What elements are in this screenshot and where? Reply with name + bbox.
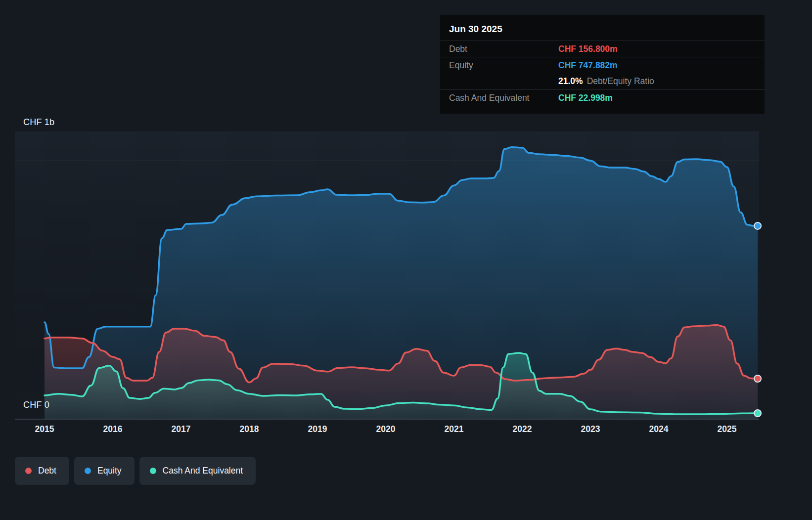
x-axis: 2015201620172018201920202021202220232024… — [0, 424, 812, 437]
tooltip-date: Jun 30 2025 — [440, 17, 765, 41]
cash-and-equivalent-legend-dot-icon — [150, 468, 156, 474]
x-axis-label-2024: 2024 — [649, 424, 669, 434]
tooltip-row-equity: Equity CHF 747.882m — [440, 57, 765, 73]
tooltip-row-debt: Debt CHF 156.800m — [440, 41, 765, 57]
debt-legend-dot-icon — [25, 468, 32, 474]
x-axis-label-2023: 2023 — [581, 424, 600, 434]
legend-item-cash-and-equivalent[interactable]: Cash And Equivalent — [139, 457, 256, 485]
equity-legend-dot-icon — [85, 468, 91, 474]
tooltip-equity-value: CHF 747.882m — [558, 60, 618, 71]
chart-legend: DebtEquityCash And Equivalent — [15, 457, 256, 485]
tooltip-cash-label: Cash And Equivalent — [449, 93, 558, 103]
tooltip-row-ratio: 21.0%Debt/Equity Ratio — [440, 73, 765, 89]
legend-label-equity: Equity — [97, 466, 122, 476]
tooltip-ratio-label: Debt/Equity Ratio — [587, 76, 654, 86]
legend-item-debt[interactable]: Debt — [15, 457, 69, 485]
x-axis-label-2021: 2021 — [445, 424, 464, 434]
tooltip-row-cash: Cash And Equivalent CHF 22.998m — [440, 89, 765, 106]
x-axis-label-2018: 2018 — [240, 424, 259, 434]
tooltip-ratio: 21.0%Debt/Equity Ratio — [558, 76, 654, 87]
tooltip-equity-label: Equity — [449, 60, 558, 71]
x-axis-label-2016: 2016 — [103, 424, 123, 434]
y-axis-label-1b: CHF 1b — [23, 117, 54, 128]
x-axis-label-2015: 2015 — [35, 424, 54, 434]
legend-label-cash-and-equivalent: Cash And Equivalent — [163, 466, 243, 476]
x-axis-label-2019: 2019 — [308, 424, 327, 434]
tooltip-cash-value: CHF 22.998m — [558, 93, 613, 103]
legend-label-debt: Debt — [38, 466, 56, 476]
x-axis-label-2025: 2025 — [718, 424, 737, 434]
tooltip-ratio-value: 21.0% — [558, 76, 583, 86]
legend-item-equity[interactable]: Equity — [74, 457, 135, 485]
x-axis-label-2020: 2020 — [376, 424, 396, 434]
tooltip-debt-label: Debt — [449, 44, 558, 54]
y-axis-label-0: CHF 0 — [23, 400, 49, 410]
tooltip-debt-value: CHF 156.800m — [558, 44, 618, 54]
x-axis-label-2017: 2017 — [172, 424, 191, 434]
debt-equity-chart-panel: CHF 1b CHF 0 201520162017201820192020202… — [0, 0, 812, 520]
chart-tooltip: Jun 30 2025 Debt CHF 156.800m Equity CHF… — [440, 15, 765, 114]
x-axis-label-2022: 2022 — [513, 424, 532, 434]
